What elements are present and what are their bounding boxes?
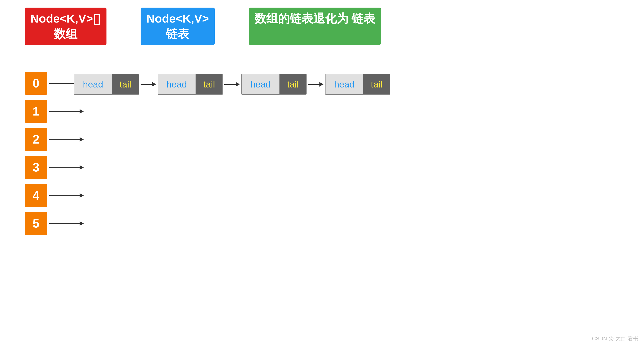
chain-arrow-head-2 (236, 82, 240, 86)
chain-arrow-3 (308, 82, 324, 86)
node-tail-3: tail (280, 74, 306, 94)
array-row-3: 3 (25, 156, 84, 179)
chain-arrow-head-1 (152, 82, 156, 86)
arrow-line-2 (49, 139, 80, 140)
arrow-1 (49, 109, 84, 114)
arrow-line-1 (49, 111, 80, 112)
node-tail-4: tail (364, 74, 390, 94)
array-box-3: 3 (25, 156, 47, 179)
watermark: CSDN @ 大白-看书 (592, 335, 638, 342)
array-box-4: 4 (25, 184, 47, 207)
node-box-4: head tail (325, 74, 390, 95)
arrow-3 (49, 165, 84, 170)
chain-arrow-2 (224, 82, 240, 86)
node-tail-2: tail (196, 74, 222, 94)
array-box-5: 5 (25, 212, 47, 235)
array-box-2: 2 (25, 128, 47, 151)
arrow-line-0 (49, 83, 76, 84)
array-row-2: 2 (25, 128, 84, 151)
node-box-2: head tail (158, 74, 223, 95)
array-box-1: 1 (25, 100, 47, 123)
node-box-1: head tail (74, 74, 139, 95)
badge-green-text: 数组的链表退化为 链表 (254, 11, 375, 26)
badge-blue-line1: Node<K,V> (146, 11, 209, 26)
arrow-head-2 (80, 137, 84, 142)
array-row-4: 4 (25, 184, 84, 207)
node-head-2: head (158, 74, 196, 94)
chain-arrow-line-2 (224, 84, 236, 85)
chain-arrow-line-3 (308, 84, 320, 85)
badge-red-line1: Node<K,V>[] (30, 11, 101, 26)
array-row-1: 1 (25, 100, 84, 123)
node-head-4: head (326, 74, 364, 94)
node-head-1: head (74, 74, 112, 94)
badge-blue: Node<K,V> 链表 (140, 7, 215, 45)
array-box-0: 0 (25, 72, 47, 95)
arrow-head-5 (80, 221, 84, 226)
arrow-line-4 (49, 195, 80, 196)
arrow-head-3 (80, 165, 84, 170)
node-chain: head tail head tail head tail head tail (74, 74, 390, 95)
badge-red: Node<K,V>[] 数组 (25, 7, 106, 45)
node-tail-1: tail (112, 74, 139, 94)
node-head-3: head (242, 74, 280, 94)
badge-green: 数组的链表退化为 链表 (249, 7, 381, 45)
arrow-head-4 (80, 193, 84, 198)
badge-red-line2: 数组 (30, 26, 101, 42)
arrow-line-5 (49, 223, 80, 224)
arrow-2 (49, 137, 84, 142)
array-row-5: 5 (25, 212, 84, 235)
badge-blue-line2: 链表 (146, 26, 209, 42)
arrow-4 (49, 193, 84, 198)
header-badges: Node<K,V>[] 数组 Node<K,V> 链表 数组的链表退化为 链表 (25, 7, 381, 45)
arrow-head-1 (80, 109, 84, 114)
chain-arrow-1 (140, 82, 156, 86)
arrow-line-3 (49, 167, 80, 168)
chain-arrow-line-1 (140, 84, 152, 85)
arrow-5 (49, 221, 84, 226)
array-section: 0 1 2 3 4 5 (25, 72, 84, 235)
node-box-3: head tail (242, 74, 306, 95)
chain-arrow-head-3 (320, 82, 324, 86)
